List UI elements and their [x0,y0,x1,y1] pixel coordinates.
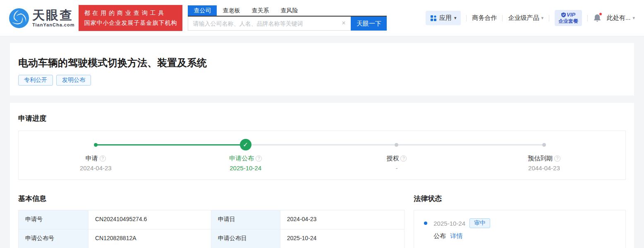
apps-grid-icon [430,15,437,21]
tab-risk[interactable]: 查风险 [275,5,304,16]
patent-detail-card: 申请进度 申请 ? 2024-04-23 ✓ 申请公布 ? 2025-10-24 [10,103,634,248]
step-dot [542,143,546,147]
divider [587,15,588,21]
apps-label: 应用 [439,14,452,22]
legal-action: 公布 [433,232,446,239]
enterprise-label: 企业级产品 [508,14,539,22]
application-progress-timeline: 申请 ? 2024-04-23 ✓ 申请公布 ? 2025-10-24 授权 ? [18,131,626,180]
top-header: 天眼查 TianYanCha.com 都 在 用 的 商 业 查 询 工 具 国… [0,0,644,36]
step-date: - [351,165,442,172]
basic-info-table: 申请号 CN202410495274.6 申请日 2024-04-23 申请公布… [18,210,405,248]
help-icon[interactable]: ? [554,155,560,162]
help-icon[interactable]: ? [400,155,407,162]
notification-dot [599,12,602,16]
timeline-step-application: 申请 ? 2024-04-23 [50,131,141,172]
timeline-step-authorization: 授权 ? - [351,131,442,172]
step-dot [395,143,398,147]
page-title: 电动车辆的驾驶模式切换方法、装置及系统 [18,56,626,69]
detail-link[interactable]: 详情 [450,232,462,239]
tag-invention-publication: 发明公布 [56,75,91,86]
patent-title-card: 电动车辆的驾驶模式切换方法、装置及系统 专利公开 发明公布 [10,43,634,95]
brand-slogan-banner: 都 在 用 的 商 业 查 询 工 具 国家中小企业发展子基金旗下机构 [79,5,182,31]
username-truncated: 此处有... [607,14,631,22]
divider [549,15,549,21]
patent-tags: 专利公开 发明公布 [18,75,626,86]
divider [502,15,503,21]
check-circle-icon: ✓ [240,139,251,150]
table-value: CN202410495274.6 [89,210,211,229]
step-date: 2025-10-24 [200,165,291,172]
progress-section-title: 申请进度 [18,114,626,123]
banner-line2: 国家中小企业发展子基金旗下机构 [84,18,177,28]
timeline-step-publication: ✓ 申请公布 ? 2025-10-24 [200,131,291,172]
search-module: 查公司 查老板 查关系 查风险 × 天眼一下 [188,5,387,31]
step-label: 预估到期 [528,155,553,162]
chevron-down-icon: ▾ [541,15,543,21]
page-main: 电动车辆的驾驶模式切换方法、装置及系统 专利公开 发明公布 申请进度 申请 ? … [0,36,644,248]
user-menu[interactable]: 此处有... ▾ [607,14,635,22]
step-dot [94,143,98,147]
tab-company[interactable]: 查公司 [188,5,217,16]
help-icon[interactable]: ? [100,155,106,162]
legal-status-card: 2025-10-24 审中 公布 详情 [414,210,626,248]
basic-info-title: 基本信息 [18,194,405,203]
chevron-down-icon: ▾ [454,15,457,21]
search-tabs: 查公司 查老板 查关系 查风险 [188,5,387,17]
vip-shield-icon [561,12,566,17]
tab-boss[interactable]: 查老板 [217,5,246,16]
table-label: 申请号 [19,210,89,229]
tag-patent-publication: 专利公开 [18,75,53,86]
business-label: 商务合作 [472,14,497,22]
legal-status-section: 法律状态 2025-10-24 审中 公布 详情 [414,194,626,248]
search-button[interactable]: 天眼一下 [351,17,387,31]
basic-info-section: 基本信息 申请号 CN202410495274.6 申请日 2024-04-23… [18,194,405,248]
table-value: 2025-10-24 [280,229,405,248]
table-label: 申请公布号 [19,229,89,248]
vip-sub-label: 企业套餐 [558,18,578,24]
divider [466,15,467,21]
table-label: 申请日 [211,210,280,229]
timeline-step-estimated-expiry: 预估到期 ? 2044-04-23 [498,131,589,172]
search-input[interactable] [188,17,351,31]
logo-domain: TianYanCha.com [32,22,74,27]
swirl-eye-icon [9,8,29,28]
status-badge: 审中 [469,218,490,228]
clear-icon[interactable]: × [340,20,347,27]
legal-status-title: 法律状态 [414,194,626,203]
nav-enterprise-products[interactable]: 企业级产品 ▾ [508,14,543,22]
header-nav: 应用 ▾ 商务合作 企业级产品 ▾ VIP 企业套餐 [426,10,635,26]
step-label: 申请公布 [229,155,254,162]
bullet-icon [424,222,427,225]
tianyancha-logo[interactable]: 天眼查 TianYanCha.com [9,8,74,28]
step-label: 申请 [86,155,98,162]
logo-name: 天眼查 [32,9,74,21]
banner-line1: 都 在 用 的 商 业 查 询 工 具 [84,8,177,18]
table-label: 申请公布日 [211,229,280,248]
help-icon[interactable]: ? [256,155,262,162]
vip-label: VIP [567,12,575,18]
table-value: 2024-04-23 [280,210,405,229]
step-label: 授权 [386,155,399,162]
nav-business-cooperation[interactable]: 商务合作 [472,14,497,22]
tab-relation[interactable]: 查关系 [246,5,275,16]
step-date: 2024-04-23 [50,165,141,172]
chevron-down-icon: ▾ [632,15,635,21]
apps-menu[interactable]: 应用 ▾ [426,11,461,25]
legal-status-date: 2025-10-24 [433,220,465,227]
step-date: 2044-04-23 [498,165,589,172]
table-value: CN120828812A [89,229,211,248]
notification-bell[interactable] [593,14,601,23]
vip-package-button[interactable]: VIP 企业套餐 [555,10,582,26]
